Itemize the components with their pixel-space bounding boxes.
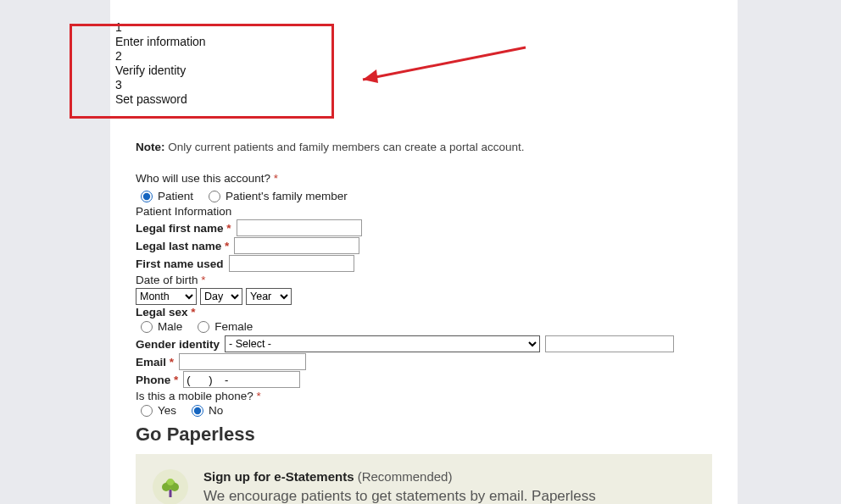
select-dob-day[interactable]: Day xyxy=(200,288,242,305)
radio-female-label: Female xyxy=(214,320,253,333)
input-phone[interactable] xyxy=(183,371,300,388)
input-last-name[interactable] xyxy=(234,237,359,254)
input-first-name-used[interactable] xyxy=(229,255,354,272)
input-email[interactable] xyxy=(179,353,306,370)
label-first-name-used: First name used xyxy=(136,258,224,270)
label-first-name: Legal first name * xyxy=(136,222,231,235)
label-dob: Date of birth * xyxy=(136,274,717,286)
input-first-name[interactable] xyxy=(237,219,362,236)
label-gender-identity: Gender identity xyxy=(136,338,220,351)
paperless-text: Sign up for e-Statements (Recommended) W… xyxy=(203,469,644,504)
radio-mobile-yes-label: Yes xyxy=(158,404,176,417)
patient-info-heading: Patient Information xyxy=(136,205,717,218)
radio-patient[interactable] xyxy=(141,191,153,202)
select-dob-year[interactable]: Year xyxy=(246,288,292,305)
tree-icon xyxy=(153,469,188,504)
select-dob-month[interactable]: Month xyxy=(136,288,197,305)
radio-family-label: Patient's family member xyxy=(226,190,348,202)
paperless-body: We encourage patients to get statements … xyxy=(203,487,644,504)
select-gender-identity[interactable]: - Select - xyxy=(225,335,540,352)
paperless-callout: Sign up for e-Statements (Recommended) W… xyxy=(136,454,712,504)
radio-male[interactable] xyxy=(141,321,153,333)
who-radio-group: Patient Patient's family member xyxy=(141,190,717,202)
who-question: Who will use this account? * xyxy=(136,172,717,185)
input-gender-identity-other[interactable] xyxy=(545,335,674,352)
form-content: Note: Only current patients and family m… xyxy=(136,141,717,504)
note-line: Note: Only current patients and family m… xyxy=(136,141,717,153)
form-page: 1 Enter information 2 Verify identity 3 … xyxy=(110,0,738,504)
annotation-box xyxy=(70,24,334,119)
note-text: Only current patients and family members… xyxy=(165,141,525,153)
label-phone: Phone * xyxy=(136,374,178,386)
radio-male-label: Male xyxy=(158,320,182,333)
svg-point-6 xyxy=(167,479,174,485)
radio-family[interactable] xyxy=(209,191,220,202)
label-is-mobile: Is this a mobile phone? * xyxy=(136,390,717,402)
radio-female[interactable] xyxy=(198,321,209,333)
note-prefix: Note: xyxy=(136,141,165,153)
paperless-recommended: (Recommended) xyxy=(354,469,453,484)
label-legal-sex: Legal sex * xyxy=(136,306,196,318)
radio-mobile-no[interactable] xyxy=(192,405,203,417)
radio-mobile-no-label: No xyxy=(209,404,223,417)
heading-go-paperless: Go Paperless xyxy=(136,424,717,446)
radio-patient-label: Patient xyxy=(158,190,193,202)
label-last-name: Legal last name * xyxy=(136,240,229,252)
svg-rect-2 xyxy=(170,490,172,497)
radio-mobile-yes[interactable] xyxy=(141,405,153,417)
paperless-title: Sign up for e-Statements xyxy=(203,469,354,484)
label-email: Email * xyxy=(136,356,174,368)
